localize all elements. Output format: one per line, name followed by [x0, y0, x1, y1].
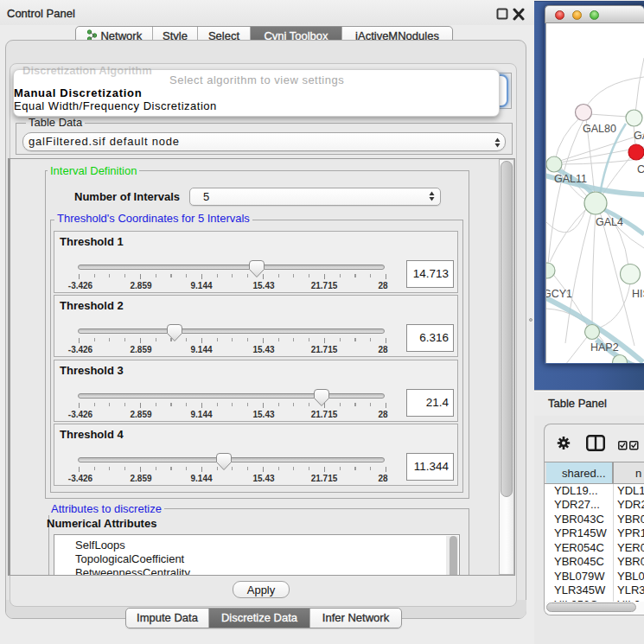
- svg-text:GAL11: GAL11: [554, 173, 587, 185]
- svg-text:GAL2: GAL2: [634, 130, 644, 142]
- svg-text:GCY1: GCY1: [546, 288, 572, 300]
- svg-text:GAL4: GAL4: [596, 216, 623, 228]
- svg-text:HIS4: HIS4: [632, 288, 644, 300]
- svg-text:GAL80: GAL80: [583, 123, 616, 135]
- svg-text:HAP2: HAP2: [590, 341, 619, 354]
- svg-text:CYC1: CYC1: [637, 163, 644, 175]
